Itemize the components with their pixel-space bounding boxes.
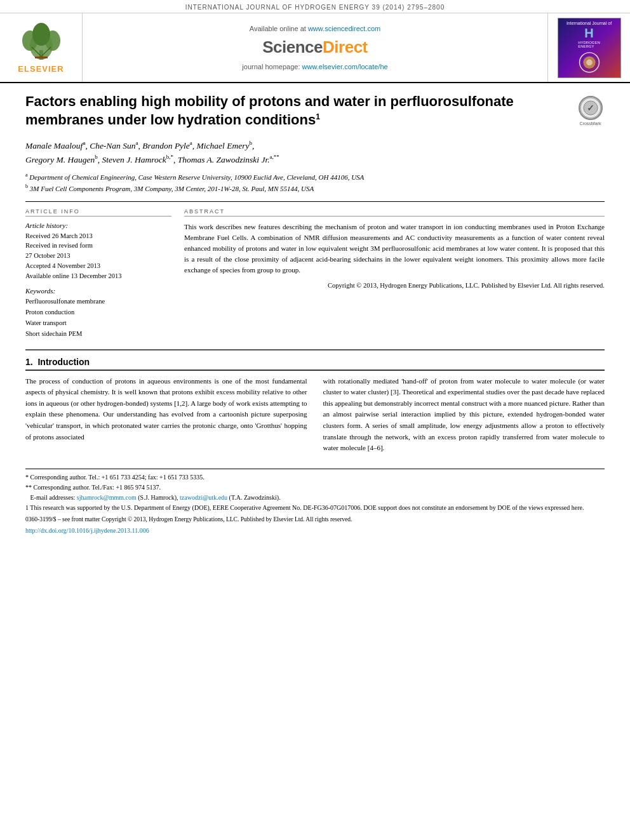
history-label: Article history: <box>25 222 171 229</box>
journal-banner: INTERNATIONAL JOURNAL OF HYDROGEN ENERGY… <box>0 0 630 13</box>
email-1-link[interactable]: sjhamrock@mmm.com <box>77 494 137 501</box>
elsevier-tree-icon <box>16 22 67 63</box>
keyword-1: Perfluorosulfonate membrane <box>25 297 171 307</box>
sciencedirect-url[interactable]: www.sciencedirect.com <box>308 25 380 32</box>
svg-rect-7 <box>35 57 48 58</box>
affiliations-section: a Department of Chemical Engineering, Ca… <box>25 171 605 193</box>
keyword-4: Short sidechain PEM <box>25 329 171 340</box>
doi-link[interactable]: http://dx.doi.org/10.1016/j.ijhydene.201… <box>25 527 149 534</box>
affil-b-text: 3M Fuel Cell Components Program, 3M Comp… <box>30 184 314 192</box>
authors-list: Manale Maaloufa, Che-Nan Suna, Brandon P… <box>25 138 605 166</box>
intro-col-right: with rotationally mediated 'hand-off' of… <box>323 376 605 459</box>
crossmark-label: CrossMark <box>580 121 601 126</box>
footnote-1: 1 This research was supported by the U.S… <box>25 503 605 513</box>
cover-h-symbol: H <box>584 26 593 41</box>
crossmark-svg: ✓ <box>580 97 601 119</box>
affiliation-b: b 3M Fuel Cell Components Program, 3M Co… <box>25 183 605 194</box>
footer-notes: * Corresponding author. Tel.: +1 651 733… <box>25 469 605 536</box>
introduction-section: 1. Introduction The process of conductio… <box>25 357 605 459</box>
crossmark-icon: ✓ <box>579 96 603 120</box>
author-6: Steven J. Hamrock <box>102 155 166 164</box>
article-info-header: ARTICLE INFO <box>25 208 171 217</box>
journal-homepage-link[interactable]: www.elsevier.com/locate/he <box>302 63 388 70</box>
author-2: Che-Nan Sun <box>90 141 135 150</box>
journal-center-header: Available online at www.sciencedirect.co… <box>83 13 547 82</box>
svg-point-10 <box>586 59 593 65</box>
intro-p1: The process of conduction of protons in … <box>25 376 307 443</box>
keywords-label: Keywords: <box>25 287 171 295</box>
page: INTERNATIONAL JOURNAL OF HYDROGEN ENERGY… <box>0 0 630 840</box>
issn-line: 0360-3199/$ – see front matter Copyright… <box>25 515 605 524</box>
svg-text:✓: ✓ <box>587 103 594 113</box>
keyword-3: Water transport <box>25 318 171 329</box>
section-divider-2 <box>25 349 605 350</box>
author-6-sup: b,* <box>166 154 173 160</box>
cover-journal-name: HYDROGENENERGY <box>578 41 600 48</box>
available-online-date: Available online 13 December 2013 <box>25 271 171 281</box>
intro-body: The process of conduction of protons in … <box>25 376 605 459</box>
article-info-abstract-section: ARTICLE INFO Article history: Received 2… <box>25 208 605 340</box>
intro-title: 1. Introduction <box>25 357 605 371</box>
cover-journal-title: International Journal of <box>566 21 612 26</box>
intro-p2: with rotationally mediated 'hand-off' of… <box>323 376 605 454</box>
revised-date: 27 October 2013 <box>25 251 171 261</box>
journal-cover-area: International Journal of H HYDROGENENERG… <box>547 13 630 82</box>
sciencedirect-logo: ScienceDirect <box>262 37 368 57</box>
author-7-sup: a,** <box>270 154 279 160</box>
author-5: Gregory M. Haugen <box>25 155 95 164</box>
journal-header: ELSEVIER Available online at www.science… <box>0 13 630 83</box>
section-divider-1 <box>25 201 605 202</box>
paper-title: Factors enabling high mobility of proton… <box>25 93 566 129</box>
intro-col-right-text: with rotationally mediated 'hand-off' of… <box>323 376 605 454</box>
affil-a-sup: a <box>25 172 28 178</box>
keywords-section: Keywords: Perfluorosulfonate membrane Pr… <box>25 287 171 339</box>
journal-cover: International Journal of H HYDROGENENERG… <box>558 18 621 78</box>
abstract-column: ABSTRACT This work describes new feature… <box>184 208 605 340</box>
affil-b-sup: b <box>25 183 28 189</box>
article-history: Article history: Received 26 March 2013 … <box>25 222 171 281</box>
received-date: Received 26 March 2013 <box>25 231 171 241</box>
author-3: Brandon Pyle <box>142 141 190 150</box>
abstract-text: This work describes new features describ… <box>184 222 605 276</box>
authors-section: Manale Maaloufa, Che-Nan Suna, Brandon P… <box>25 138 605 166</box>
available-online-text: Available online at www.sciencedirect.co… <box>250 25 380 32</box>
article-info-column: ARTICLE INFO Article history: Received 2… <box>25 208 171 340</box>
author-1: Manale Maalouf <box>25 141 83 150</box>
affil-a-text: Department of Chemical Engineering, Case… <box>29 173 364 181</box>
doi-line: http://dx.doi.org/10.1016/j.ijhydene.201… <box>25 526 605 535</box>
elsevier-wordmark: ELSEVIER <box>18 64 64 74</box>
received-revised-label: Received in revised form <box>25 241 171 251</box>
affiliation-a: a Department of Chemical Engineering, Ca… <box>25 171 605 182</box>
author-4: Michael Emery <box>197 141 250 150</box>
corresponding-2: ** Corresponding author. Tel./Fax: +1 86… <box>25 483 605 493</box>
author-1-sup: a <box>83 140 85 146</box>
abstract-header: ABSTRACT <box>184 208 605 217</box>
abstract-copyright: Copyright © 2013, Hydrogen Energy Public… <box>184 281 605 291</box>
crossmark-badge[interactable]: ✓ CrossMark <box>576 96 605 126</box>
intro-col-left-text: The process of conduction of protons in … <box>25 376 307 443</box>
author-4-sup: b <box>249 140 252 146</box>
corresponding-1: * Corresponding author. Tel.: +1 651 733… <box>25 472 605 483</box>
cover-decoration <box>573 50 605 75</box>
author-3-sup: a <box>190 140 192 146</box>
email-2-link[interactable]: tzawodzi@utk.edu <box>180 494 227 501</box>
paper-title-section: Factors enabling high mobility of proton… <box>25 93 605 132</box>
paper-title-text: Factors enabling high mobility of proton… <box>25 93 566 132</box>
author-5-sup: b <box>95 154 98 160</box>
title-footnote-sup: 1 <box>316 112 320 121</box>
author-7: Thomas A. Zawodzinski Jr. <box>178 155 270 164</box>
keyword-2: Proton conduction <box>25 307 171 318</box>
main-content: Factors enabling high mobility of proton… <box>0 83 630 545</box>
elsevier-logo-area: ELSEVIER <box>0 13 83 82</box>
svg-point-4 <box>32 23 50 46</box>
journal-banner-text: INTERNATIONAL JOURNAL OF HYDROGEN ENERGY… <box>185 4 445 11</box>
author-2-sup: a <box>136 140 138 146</box>
intro-col-left: The process of conduction of protons in … <box>25 376 307 459</box>
elsevier-logo: ELSEVIER <box>16 22 67 74</box>
accepted-date: Accepted 4 November 2013 <box>25 261 171 271</box>
email-line: E-mail addresses: sjhamrock@mmm.com (S.J… <box>25 493 605 503</box>
journal-homepage: journal homepage: www.elsevier.com/locat… <box>242 63 387 70</box>
